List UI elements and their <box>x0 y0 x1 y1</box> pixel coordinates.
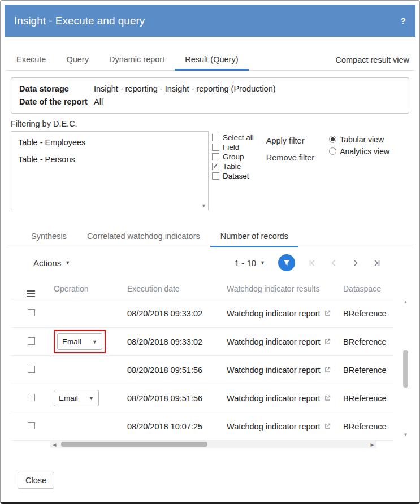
watchdog-report-link[interactable]: Watchdog indicator report <box>227 394 321 403</box>
result-tab-bar: Synthesis Correlated watchdog indicators… <box>6 226 414 247</box>
row-checkbox[interactable] <box>28 337 35 345</box>
table-header-row: Operation Execution date Watchdog indica… <box>11 278 393 299</box>
external-link-icon[interactable] <box>324 367 331 373</box>
filtering-section-label: Filtering by D.E.C. <box>11 119 409 128</box>
dataspace-cell: BReference <box>336 366 393 375</box>
external-link-icon[interactable] <box>324 395 331 401</box>
title-bar: Insight - Execute and query ? <box>5 5 415 37</box>
filter-action-links: Apply filter Remove filter <box>266 131 314 210</box>
view-mode-radio-group: Tabular view Analytics view <box>329 131 389 210</box>
external-link-icon[interactable] <box>324 310 331 316</box>
first-page-button[interactable] <box>308 259 317 267</box>
column-header-operation: Operation <box>47 284 120 293</box>
apply-filter-link[interactable]: Apply filter <box>266 136 314 145</box>
filtering-section: Table - Employees Table - Persons ▼ Sele… <box>11 131 409 210</box>
tab-synthesis[interactable]: Synthesis <box>21 226 77 247</box>
data-storage-value: Insight - reporting - Insight - reportin… <box>94 82 276 95</box>
table-toolbar: Actions ▼ 1 - 10 ▼ <box>6 247 414 278</box>
report-date-label: Date of the report <box>19 95 94 108</box>
help-button[interactable]: ? <box>401 16 406 25</box>
watchdog-report-link[interactable]: Watchdog indicator report <box>227 337 321 346</box>
external-link-icon[interactable] <box>324 423 331 429</box>
external-link-icon[interactable] <box>324 338 331 345</box>
filter-checkbox-group: Select all Field Group Table Dataset <box>212 131 254 210</box>
checkbox-select-all[interactable]: Select all <box>212 133 254 142</box>
checkbox-icon <box>212 153 219 160</box>
tab-correlated-watchdog-indicators[interactable]: Correlated watchdog indicators <box>77 226 210 247</box>
filter-button[interactable] <box>278 254 295 271</box>
listbox-scroll-down-icon[interactable]: ▼ <box>201 203 206 208</box>
table-menu-icon[interactable] <box>27 290 35 292</box>
chevron-down-icon: ▼ <box>92 339 97 345</box>
info-row-data-storage: Data storage Insight - reporting - Insig… <box>19 82 401 95</box>
chevron-down-icon: ▼ <box>65 260 70 266</box>
vertical-scrollbar-thumb[interactable] <box>403 350 408 388</box>
table-row: 08/20/2018 09:51:56 Watchdog indicator r… <box>11 356 393 384</box>
execution-date-cell: 08/20/2018 10:07:25 <box>120 422 220 431</box>
previous-page-button[interactable] <box>330 259 338 267</box>
execution-date-cell: 08/20/2018 09:33:02 <box>120 309 220 318</box>
actions-dropdown[interactable]: Actions ▼ <box>33 258 70 268</box>
checkbox-icon <box>212 134 219 141</box>
scroll-right-icon[interactable]: ▶ <box>369 442 376 447</box>
table-row: 08/20/2018 09:33:02 Watchdog indicator r… <box>11 299 393 328</box>
close-button[interactable]: Close <box>18 472 54 489</box>
compact-result-view-link[interactable]: Compact result view <box>335 49 414 70</box>
funnel-icon <box>283 259 291 267</box>
dec-listbox[interactable]: Table - Employees Table - Persons ▼ <box>11 131 209 210</box>
tab-execute[interactable]: Execute <box>6 49 56 71</box>
horizontal-scrollbar[interactable]: ◀ ▶ <box>50 441 376 448</box>
pagination-controls: 1 - 10 ▼ <box>235 254 381 271</box>
watchdog-report-link[interactable]: Watchdog indicator report <box>227 309 321 318</box>
dialog-footer: Close <box>18 472 414 489</box>
remove-filter-link[interactable]: Remove filter <box>266 153 314 162</box>
chevron-down-icon: ▼ <box>89 396 94 401</box>
list-item[interactable]: Table - Employees <box>11 134 208 151</box>
tab-result-query[interactable]: Result (Query) <box>175 49 248 71</box>
next-page-button[interactable] <box>351 259 360 267</box>
scroll-up-icon[interactable]: ▲ <box>403 299 408 305</box>
table-row: Email ▼ 08/20/2018 09:33:02 Watchdog ind… <box>11 328 393 356</box>
checkbox-field[interactable]: Field <box>212 142 254 152</box>
tab-number-of-records[interactable]: Number of records <box>210 226 298 247</box>
tab-dynamic-report[interactable]: Dynamic report <box>99 49 175 71</box>
radio-tabular-view[interactable]: Tabular view <box>329 133 389 145</box>
dataspace-cell: BReference <box>336 309 393 318</box>
main-tab-bar: Execute Query Dynamic report Result (Que… <box>6 49 414 71</box>
table-row: 08/20/2018 10:07:25 Watchdog indicator r… <box>11 412 393 441</box>
tab-query[interactable]: Query <box>56 49 99 71</box>
radio-selected-icon <box>329 136 336 143</box>
radio-icon <box>329 147 336 155</box>
table-row: Email ▼ 08/20/2018 09:51:56 Watchdog ind… <box>11 384 393 412</box>
data-storage-label: Data storage <box>19 82 94 95</box>
row-checkbox[interactable] <box>28 366 35 373</box>
checkbox-group[interactable]: Group <box>212 152 254 162</box>
info-row-report-date: Date of the report All <box>19 95 401 108</box>
checkbox-dataset[interactable]: Dataset <box>212 171 254 181</box>
row-checkbox[interactable] <box>28 422 35 429</box>
operation-select[interactable]: Email ▼ <box>57 333 102 350</box>
vertical-scrollbar[interactable]: ▲ ▼ <box>403 301 408 436</box>
report-info-box: Data storage Insight - reporting - Insig… <box>11 77 409 114</box>
checkbox-table[interactable]: Table <box>212 162 254 171</box>
radio-analytics-view[interactable]: Analytics view <box>329 145 389 157</box>
scroll-down-icon[interactable]: ▼ <box>403 432 408 437</box>
operation-select[interactable]: Email ▼ <box>54 390 99 406</box>
records-table: Operation Execution date Watchdog indica… <box>11 278 393 448</box>
column-header-watchdog-results: Watchdog indicator results <box>220 284 336 293</box>
watchdog-report-link[interactable]: Watchdog indicator report <box>227 366 321 375</box>
dataspace-cell: BReference <box>336 394 393 403</box>
horizontal-scrollbar-track[interactable] <box>58 441 369 448</box>
last-page-button[interactable] <box>373 259 381 267</box>
column-header-execution-date: Execution date <box>120 284 220 293</box>
row-checkbox[interactable] <box>28 309 35 316</box>
list-item[interactable]: Table - Persons <box>11 151 208 168</box>
row-checkbox[interactable] <box>28 394 35 401</box>
scroll-left-icon[interactable]: ◀ <box>50 442 58 447</box>
page-range-dropdown[interactable]: 1 - 10 ▼ <box>235 258 265 268</box>
dataspace-cell: BReference <box>336 422 393 431</box>
column-header-dataspace: Dataspace <box>336 284 393 293</box>
dataspace-cell: BReference <box>336 337 393 346</box>
horizontal-scrollbar-thumb[interactable] <box>61 442 207 447</box>
watchdog-report-link[interactable]: Watchdog indicator report <box>227 422 321 431</box>
